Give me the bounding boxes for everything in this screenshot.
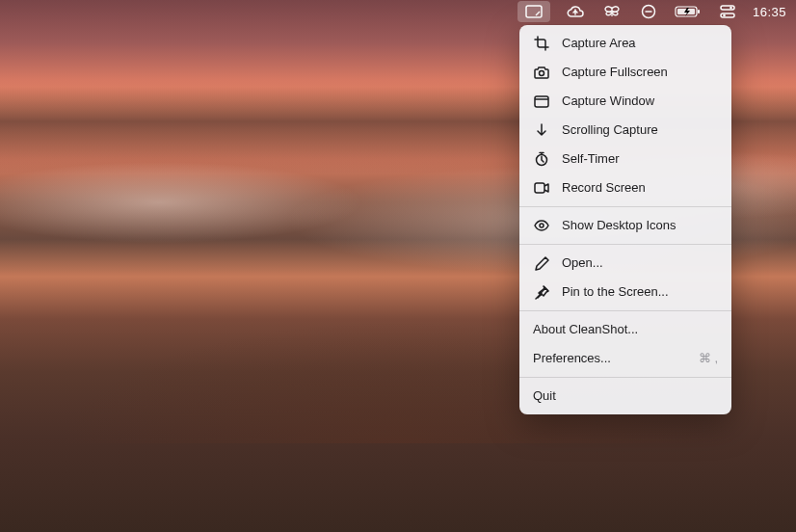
svg-rect-5 bbox=[721, 6, 734, 10]
menu-divider bbox=[519, 206, 731, 207]
menu-item-preferences[interactable]: Preferences... ⌘ , bbox=[519, 344, 731, 373]
menu-item-pin-to-screen[interactable]: Pin to the Screen... bbox=[519, 278, 731, 306]
arrow-down-icon bbox=[533, 121, 550, 139]
menubar-clock[interactable]: 16:35 bbox=[753, 5, 786, 19]
do-not-disturb-icon[interactable] bbox=[637, 2, 660, 21]
menu-item-about[interactable]: About CleanShot... bbox=[519, 315, 731, 344]
menu-label: Scrolling Capture bbox=[562, 120, 718, 140]
menu-label: Show Desktop Icons bbox=[562, 216, 718, 235]
menu-label: About CleanShot... bbox=[533, 320, 718, 339]
window-icon bbox=[533, 93, 550, 110]
eye-icon bbox=[533, 217, 550, 234]
menu-shortcut: ⌘ , bbox=[699, 349, 718, 368]
timer-icon bbox=[533, 150, 550, 168]
menu-label: Capture Window bbox=[562, 92, 718, 111]
menu-label: Quit bbox=[533, 386, 718, 406]
menu-item-record-screen[interactable]: Record Screen bbox=[519, 173, 731, 202]
menu-label: Open... bbox=[562, 253, 718, 273]
menu-divider bbox=[519, 377, 731, 378]
menu-label: Capture Fullscreen bbox=[562, 63, 718, 82]
crop-icon bbox=[533, 35, 550, 52]
camera-icon bbox=[533, 64, 550, 81]
svg-point-6 bbox=[730, 7, 732, 10]
butterfly-icon[interactable] bbox=[600, 2, 624, 21]
svg-point-8 bbox=[723, 14, 726, 17]
menu-label: Record Screen bbox=[562, 178, 718, 198]
cloud-icon[interactable] bbox=[564, 2, 587, 21]
menu-label: Self-Timer bbox=[562, 149, 718, 169]
svg-rect-10 bbox=[535, 96, 548, 107]
menu-label: Preferences... bbox=[533, 349, 687, 368]
menu-label: Capture Area bbox=[562, 34, 718, 53]
pencil-icon bbox=[533, 254, 550, 272]
svg-point-13 bbox=[540, 224, 544, 227]
battery-icon[interactable] bbox=[674, 2, 703, 21]
menu-item-self-timer[interactable]: Self-Timer bbox=[519, 145, 731, 173]
menu-item-open[interactable]: Open... bbox=[519, 249, 731, 278]
menu-item-capture-window[interactable]: Capture Window bbox=[519, 87, 731, 116]
menu-divider bbox=[519, 244, 731, 245]
menu-label: Pin to the Screen... bbox=[562, 282, 718, 302]
pin-icon bbox=[533, 283, 550, 301]
menu-item-capture-fullscreen[interactable]: Capture Fullscreen bbox=[519, 58, 731, 87]
svg-rect-12 bbox=[535, 183, 544, 193]
control-center-icon[interactable] bbox=[716, 2, 739, 21]
menubar: 16:35 bbox=[0, 0, 796, 23]
svg-rect-7 bbox=[721, 13, 734, 17]
menu-item-show-desktop-icons[interactable]: Show Desktop Icons bbox=[519, 211, 731, 240]
menu-divider bbox=[519, 310, 731, 311]
video-icon bbox=[533, 179, 550, 197]
svg-point-9 bbox=[540, 71, 544, 76]
menu-item-scrolling-capture[interactable]: Scrolling Capture bbox=[519, 116, 731, 145]
cleanshot-dropdown-menu: Capture Area Capture Fullscreen Capture … bbox=[519, 25, 731, 414]
menu-item-quit[interactable]: Quit bbox=[519, 382, 731, 411]
svg-rect-3 bbox=[698, 10, 700, 13]
menu-item-capture-area[interactable]: Capture Area bbox=[519, 29, 731, 58]
cleanshot-menubar-icon[interactable] bbox=[517, 1, 550, 22]
